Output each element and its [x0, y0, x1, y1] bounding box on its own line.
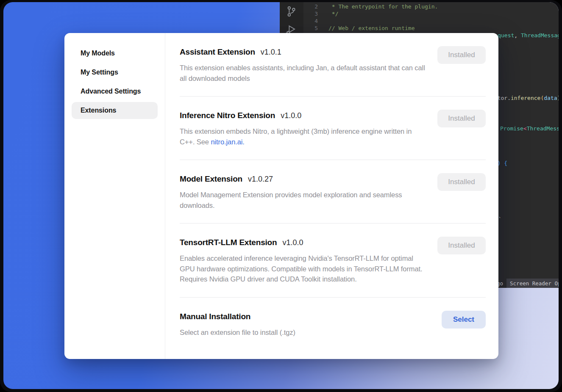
extension-text: Assistant Extension v1.0.1 This extensio… [180, 47, 437, 83]
source-control-icon[interactable] [285, 6, 297, 17]
extension-text: Inference Nitro Extension v1.0.0 This ex… [180, 111, 437, 147]
extension-row: Inference Nitro Extension v1.0.0 This ex… [180, 96, 486, 160]
extension-row: Model Extension v1.0.27 Model Management… [180, 160, 486, 223]
line-number: 5 [303, 25, 318, 32]
code-token: ThreadMessage [527, 125, 559, 132]
select-button[interactable]: Select [442, 311, 486, 329]
code-token: inference [511, 95, 540, 101]
code-token: { [504, 160, 507, 166]
sidebar-item-extensions[interactable]: Extensions [72, 102, 158, 119]
code-token: ) [498, 160, 504, 166]
code-token: // Web / extension runtime [328, 25, 415, 31]
extension-version: v1.0.0 [282, 238, 303, 247]
installed-button[interactable]: Installed [437, 110, 486, 127]
extension-version: v1.0.27 [248, 175, 273, 184]
code-token: */ [328, 11, 338, 17]
extension-description: Select an extension file to install (.tg… [180, 327, 426, 338]
extension-text: Manual Installation Select an extension … [180, 312, 442, 338]
extension-name: Inference Nitro Extension [180, 111, 275, 120]
extension-text: Model Extension v1.0.27 Model Management… [180, 174, 437, 210]
extension-version: v1.0.0 [281, 111, 301, 120]
line-number: 2 [303, 3, 318, 10]
code-token: Promise [500, 125, 523, 132]
extension-link[interactable]: nitro.jan.ai. [211, 138, 244, 146]
extension-version: v1.0.1 [261, 48, 281, 57]
code-token: , [514, 32, 521, 39]
extension-text: TensortRT-LLM Extension v1.0.0 Enables a… [180, 238, 437, 284]
code-token: . [507, 95, 511, 101]
extension-name: Assistant Extension [180, 47, 255, 57]
extension-description: This extension embeds Nitro, a lightweig… [180, 126, 426, 147]
installed-button[interactable]: Installed [437, 237, 486, 254]
sidebar-item-my-models[interactable]: My Models [72, 45, 158, 62]
sidebar-item-my-settings[interactable]: My Settings [72, 64, 158, 81]
extension-description: Enables accelerated inference leveraging… [180, 253, 426, 284]
extension-row: Manual Installation Select an extension … [180, 297, 486, 351]
code-token: data [544, 95, 557, 101]
settings-sidebar: My ModelsMy SettingsAdvanced SettingsExt… [64, 33, 165, 359]
extensions-list: Assistant Extension v1.0.1 This extensio… [165, 33, 498, 359]
extension-description: This extension enables assistants, inclu… [180, 63, 426, 83]
extension-row: Assistant Extension v1.0.1 This extensio… [180, 33, 486, 96]
line-number: 4 [303, 17, 318, 25]
extension-title-line: Inference Nitro Extension v1.0.0 [180, 111, 437, 120]
code-token: * The entrypoint for the plugin. [328, 3, 438, 10]
code-token: ` [498, 216, 502, 223]
desktop-canvas: 2 * The entrypoint for the plugin.3 */45… [0, 0, 562, 392]
extension-description: Model Management Extension provides mode… [180, 190, 426, 210]
code-fragment-inference: rator.inference(data)); [491, 95, 559, 102]
sidebar-item-advanced-settings[interactable]: Advanced Settings [72, 83, 158, 100]
code-token: )) [557, 95, 559, 101]
installed-button[interactable]: Installed [437, 46, 486, 64]
screen-reader-status[interactable]: Screen Reader Optimiz [506, 279, 559, 288]
code-token: ThreadMessage [521, 32, 559, 39]
extension-name: TensortRT-LLM Extension [180, 238, 277, 247]
settings-modal: My ModelsMy SettingsAdvanced SettingsExt… [64, 33, 498, 359]
extension-title-line: Assistant Extension v1.0.1 [180, 47, 437, 57]
extension-title-line: Model Extension v1.0.27 [180, 174, 437, 184]
extension-name: Model Extension [180, 174, 242, 184]
code-token: < [523, 125, 527, 132]
code-line: 2 * The entrypoint for the plugin. [303, 3, 559, 10]
line-number: 3 [303, 10, 318, 17]
code-line: 5// Web / extension runtime [303, 25, 559, 32]
extension-name: Manual Installation [180, 312, 250, 321]
installed-button[interactable]: Installed [437, 173, 486, 191]
extension-title-line: Manual Installation [180, 312, 442, 321]
code-line: 4 [303, 17, 559, 25]
code-line: 3 */ [303, 10, 559, 17]
extension-title-line: TensortRT-LLM Extension v1.0.0 [180, 238, 437, 247]
extension-row: TensortRT-LLM Extension v1.0.0 Enables a… [180, 223, 486, 297]
code-fragment-promise: Promise<ThreadMessage> [500, 125, 559, 132]
